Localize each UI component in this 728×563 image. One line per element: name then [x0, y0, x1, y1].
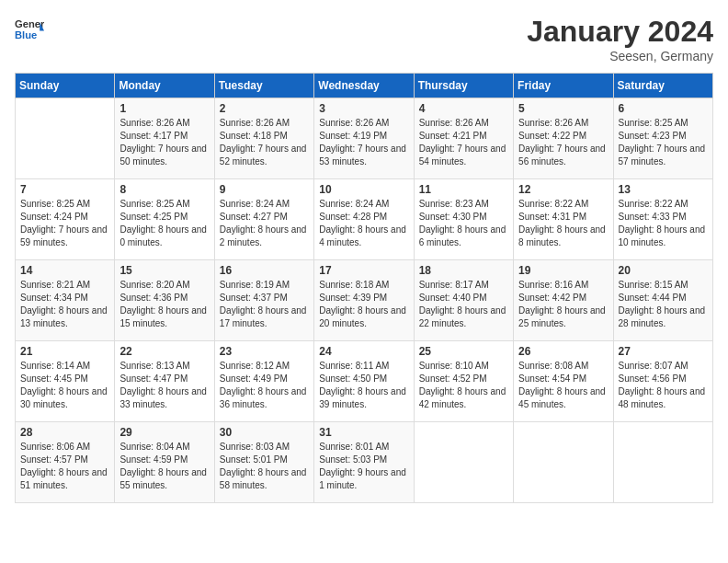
day-number: 30 — [220, 426, 309, 439]
calendar-cell: 19Sunrise: 8:16 AMSunset: 4:42 PMDayligh… — [514, 260, 613, 341]
day-number: 18 — [419, 264, 508, 277]
weekday-header-sunday: Sunday — [16, 74, 115, 98]
calendar-cell — [613, 422, 712, 503]
calendar-cell: 11Sunrise: 8:23 AMSunset: 4:30 PMDayligh… — [414, 179, 513, 260]
day-info: Sunrise: 8:22 AMSunset: 4:33 PMDaylight:… — [619, 198, 708, 249]
day-info: Sunrise: 8:24 AMSunset: 4:28 PMDaylight:… — [319, 198, 408, 249]
day-number: 2 — [220, 102, 309, 115]
weekday-header-monday: Monday — [115, 74, 214, 98]
day-number: 9 — [220, 183, 309, 196]
weekday-header-wednesday: Wednesday — [314, 74, 414, 98]
day-info: Sunrise: 8:08 AMSunset: 4:54 PMDaylight:… — [518, 360, 608, 411]
calendar-cell: 24Sunrise: 8:11 AMSunset: 4:50 PMDayligh… — [314, 341, 414, 422]
calendar-cell: 25Sunrise: 8:10 AMSunset: 4:52 PMDayligh… — [414, 341, 513, 422]
day-number: 19 — [518, 264, 608, 277]
day-number: 22 — [119, 345, 209, 358]
day-info: Sunrise: 8:10 AMSunset: 4:52 PMDaylight:… — [419, 360, 508, 411]
weekday-header-tuesday: Tuesday — [214, 74, 313, 98]
calendar-cell — [514, 422, 613, 503]
calendar-cell: 10Sunrise: 8:24 AMSunset: 4:28 PMDayligh… — [314, 179, 414, 260]
day-info: Sunrise: 8:01 AMSunset: 5:03 PMDaylight:… — [319, 441, 408, 492]
calendar-cell — [414, 422, 513, 503]
calendar-cell: 15Sunrise: 8:20 AMSunset: 4:36 PMDayligh… — [115, 260, 214, 341]
calendar-cell: 22Sunrise: 8:13 AMSunset: 4:47 PMDayligh… — [115, 341, 214, 422]
day-info: Sunrise: 8:21 AMSunset: 4:34 PMDaylight:… — [20, 279, 109, 330]
calendar-cell: 12Sunrise: 8:22 AMSunset: 4:31 PMDayligh… — [514, 179, 613, 260]
day-number: 5 — [518, 102, 608, 115]
day-number: 8 — [119, 183, 209, 196]
day-info: Sunrise: 8:26 AMSunset: 4:17 PMDaylight:… — [119, 117, 209, 168]
day-number: 15 — [119, 264, 209, 277]
day-number: 14 — [20, 264, 109, 277]
day-info: Sunrise: 8:15 AMSunset: 4:44 PMDaylight:… — [619, 279, 708, 330]
day-number: 6 — [619, 102, 708, 115]
day-info: Sunrise: 8:07 AMSunset: 4:56 PMDaylight:… — [619, 360, 708, 411]
day-info: Sunrise: 8:03 AMSunset: 5:01 PMDaylight:… — [220, 441, 309, 492]
calendar-cell: 17Sunrise: 8:18 AMSunset: 4:39 PMDayligh… — [314, 260, 414, 341]
day-info: Sunrise: 8:26 AMSunset: 4:22 PMDaylight:… — [518, 117, 608, 168]
calendar-cell: 30Sunrise: 8:03 AMSunset: 5:01 PMDayligh… — [214, 422, 313, 503]
calendar-cell: 29Sunrise: 8:04 AMSunset: 4:59 PMDayligh… — [115, 422, 214, 503]
day-number: 10 — [319, 183, 408, 196]
day-info: Sunrise: 8:14 AMSunset: 4:45 PMDaylight:… — [20, 360, 109, 411]
day-info: Sunrise: 8:19 AMSunset: 4:37 PMDaylight:… — [220, 279, 309, 330]
page-header: General Blue January 2024 Seesen, German… — [15, 15, 713, 63]
calendar-table: SundayMondayTuesdayWednesdayThursdayFrid… — [15, 73, 713, 503]
logo: General Blue — [15, 15, 48, 44]
day-number: 16 — [220, 264, 309, 277]
day-info: Sunrise: 8:22 AMSunset: 4:31 PMDaylight:… — [518, 198, 608, 249]
calendar-cell — [16, 98, 115, 179]
day-info: Sunrise: 8:18 AMSunset: 4:39 PMDaylight:… — [319, 279, 408, 330]
weekday-header-friday: Friday — [514, 74, 613, 98]
calendar-cell: 20Sunrise: 8:15 AMSunset: 4:44 PMDayligh… — [613, 260, 712, 341]
calendar-cell: 7Sunrise: 8:25 AMSunset: 4:24 PMDaylight… — [16, 179, 115, 260]
day-info: Sunrise: 8:16 AMSunset: 4:42 PMDaylight:… — [518, 279, 608, 330]
day-info: Sunrise: 8:25 AMSunset: 4:25 PMDaylight:… — [119, 198, 209, 249]
day-number: 26 — [518, 345, 608, 358]
svg-text:Blue: Blue — [15, 29, 37, 40]
day-info: Sunrise: 8:20 AMSunset: 4:36 PMDaylight:… — [119, 279, 209, 330]
location: Seesen, Germany — [527, 49, 713, 63]
calendar-cell: 23Sunrise: 8:12 AMSunset: 4:49 PMDayligh… — [214, 341, 313, 422]
weekday-header-thursday: Thursday — [414, 74, 513, 98]
calendar-cell: 26Sunrise: 8:08 AMSunset: 4:54 PMDayligh… — [514, 341, 613, 422]
month-title: January 2024 — [527, 15, 713, 49]
day-info: Sunrise: 8:06 AMSunset: 4:57 PMDaylight:… — [20, 441, 109, 492]
calendar-cell: 13Sunrise: 8:22 AMSunset: 4:33 PMDayligh… — [613, 179, 712, 260]
title-block: January 2024 Seesen, Germany — [527, 15, 713, 63]
day-number: 13 — [619, 183, 708, 196]
calendar-cell: 14Sunrise: 8:21 AMSunset: 4:34 PMDayligh… — [16, 260, 115, 341]
calendar-cell: 21Sunrise: 8:14 AMSunset: 4:45 PMDayligh… — [16, 341, 115, 422]
calendar-cell: 5Sunrise: 8:26 AMSunset: 4:22 PMDaylight… — [514, 98, 613, 179]
calendar-cell: 8Sunrise: 8:25 AMSunset: 4:25 PMDaylight… — [115, 179, 214, 260]
day-info: Sunrise: 8:12 AMSunset: 4:49 PMDaylight:… — [220, 360, 309, 411]
calendar-cell: 27Sunrise: 8:07 AMSunset: 4:56 PMDayligh… — [613, 341, 712, 422]
day-number: 3 — [319, 102, 408, 115]
calendar-cell: 2Sunrise: 8:26 AMSunset: 4:18 PMDaylight… — [214, 98, 313, 179]
calendar-cell: 4Sunrise: 8:26 AMSunset: 4:21 PMDaylight… — [414, 98, 513, 179]
calendar-cell: 31Sunrise: 8:01 AMSunset: 5:03 PMDayligh… — [314, 422, 414, 503]
day-info: Sunrise: 8:17 AMSunset: 4:40 PMDaylight:… — [419, 279, 508, 330]
day-info: Sunrise: 8:13 AMSunset: 4:47 PMDaylight:… — [119, 360, 209, 411]
day-info: Sunrise: 8:25 AMSunset: 4:24 PMDaylight:… — [20, 198, 109, 249]
day-number: 31 — [319, 426, 408, 439]
day-number: 24 — [319, 345, 408, 358]
day-number: 27 — [619, 345, 708, 358]
day-info: Sunrise: 8:26 AMSunset: 4:19 PMDaylight:… — [319, 117, 408, 168]
day-info: Sunrise: 8:26 AMSunset: 4:18 PMDaylight:… — [220, 117, 309, 168]
day-number: 17 — [319, 264, 408, 277]
day-number: 4 — [419, 102, 508, 115]
day-info: Sunrise: 8:23 AMSunset: 4:30 PMDaylight:… — [419, 198, 508, 249]
day-number: 29 — [119, 426, 209, 439]
day-number: 21 — [20, 345, 109, 358]
day-info: Sunrise: 8:04 AMSunset: 4:59 PMDaylight:… — [119, 441, 209, 492]
day-info: Sunrise: 8:24 AMSunset: 4:27 PMDaylight:… — [220, 198, 309, 249]
day-number: 23 — [220, 345, 309, 358]
day-number: 20 — [619, 264, 708, 277]
calendar-cell: 9Sunrise: 8:24 AMSunset: 4:27 PMDaylight… — [214, 179, 313, 260]
day-info: Sunrise: 8:11 AMSunset: 4:50 PMDaylight:… — [319, 360, 408, 411]
calendar-cell: 28Sunrise: 8:06 AMSunset: 4:57 PMDayligh… — [16, 422, 115, 503]
calendar-cell: 6Sunrise: 8:25 AMSunset: 4:23 PMDaylight… — [613, 98, 712, 179]
calendar-cell: 18Sunrise: 8:17 AMSunset: 4:40 PMDayligh… — [414, 260, 513, 341]
day-number: 12 — [518, 183, 608, 196]
